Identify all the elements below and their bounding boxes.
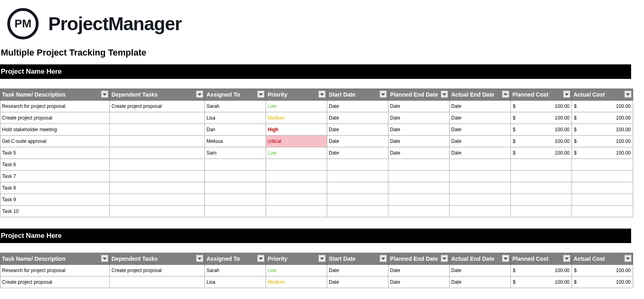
cost-cell[interactable]: $100.00 [511, 276, 572, 288]
task-name-cell[interactable]: Hold stakeholder meeting [0, 124, 110, 136]
dependent-cell[interactable] [110, 112, 205, 124]
filter-dropdown-icon[interactable] [502, 255, 509, 262]
task-name-cell[interactable]: Task 6 [0, 159, 110, 171]
cost-cell[interactable] [511, 182, 572, 194]
filter-dropdown-icon[interactable] [196, 91, 203, 98]
actual-end-cell[interactable] [450, 206, 511, 217]
assigned-cell[interactable]: Lisa [205, 276, 266, 288]
actual-end-cell[interactable] [450, 159, 511, 171]
assigned-cell[interactable] [205, 171, 266, 182]
cost-cell[interactable] [511, 159, 572, 171]
start-date-cell[interactable]: Date [327, 265, 388, 276]
dependent-cell[interactable]: Create project proposal [110, 101, 205, 112]
filter-dropdown-icon[interactable] [257, 91, 264, 98]
start-date-cell[interactable]: Date [327, 101, 388, 112]
filter-dropdown-icon[interactable] [563, 91, 570, 98]
priority-cell[interactable]: High [266, 124, 327, 136]
actual-end-cell[interactable]: Date [450, 136, 511, 147]
cost-cell[interactable] [511, 171, 572, 182]
planned-end-cell[interactable]: Date [388, 101, 450, 112]
filter-dropdown-icon[interactable] [380, 255, 387, 262]
planned-end-cell[interactable]: Date [388, 276, 450, 288]
start-date-cell[interactable] [327, 159, 388, 171]
cost-cell[interactable]: $100.00 [511, 147, 572, 159]
planned-end-cell[interactable]: Date [388, 136, 450, 147]
filter-dropdown-icon[interactable] [101, 91, 108, 98]
priority-cell[interactable] [266, 159, 327, 171]
dependent-cell[interactable] [110, 136, 205, 147]
assigned-cell[interactable]: Sarah [205, 101, 266, 112]
filter-dropdown-icon[interactable] [101, 255, 108, 262]
start-date-cell[interactable] [327, 194, 388, 206]
actual-end-cell[interactable]: Date [450, 124, 511, 136]
actual-end-cell[interactable]: Date [450, 265, 511, 276]
task-name-cell[interactable]: Task 7 [0, 171, 110, 182]
planned-end-cell[interactable] [388, 206, 450, 217]
dependent-cell[interactable] [110, 124, 205, 136]
dependent-cell[interactable] [110, 171, 205, 182]
cost-cell[interactable]: $100.00 [511, 101, 572, 112]
filter-dropdown-icon[interactable] [318, 255, 326, 262]
dependent-cell[interactable] [110, 276, 205, 288]
filter-dropdown-icon[interactable] [624, 255, 632, 262]
start-date-cell[interactable] [327, 206, 388, 217]
start-date-cell[interactable]: Date [327, 136, 388, 147]
start-date-cell[interactable] [327, 171, 388, 182]
assigned-cell[interactable] [205, 194, 266, 206]
dependent-cell[interactable] [110, 194, 205, 206]
cost-cell[interactable] [572, 171, 633, 182]
filter-dropdown-icon[interactable] [441, 255, 448, 262]
planned-end-cell[interactable] [388, 182, 450, 194]
dependent-cell[interactable] [110, 182, 205, 194]
task-name-cell[interactable]: Task 10 [0, 206, 110, 217]
cost-cell[interactable]: $100.00 [511, 265, 572, 276]
priority-cell[interactable]: critical [266, 136, 327, 147]
filter-dropdown-icon[interactable] [502, 91, 509, 98]
actual-end-cell[interactable]: Date [450, 101, 511, 112]
start-date-cell[interactable]: Date [327, 147, 388, 159]
cost-cell[interactable]: $100.00 [572, 112, 633, 124]
cost-cell[interactable] [572, 159, 633, 171]
actual-end-cell[interactable]: Date [450, 147, 511, 159]
assigned-cell[interactable] [205, 206, 266, 217]
planned-end-cell[interactable]: Date [388, 265, 450, 276]
cost-cell[interactable]: $100.00 [511, 112, 572, 124]
priority-cell[interactable]: Medium [266, 112, 327, 124]
dependent-cell[interactable] [110, 159, 205, 171]
actual-end-cell[interactable]: Date [450, 276, 511, 288]
priority-cell[interactable] [266, 194, 327, 206]
task-name-cell[interactable]: Task 8 [0, 182, 110, 194]
cost-cell[interactable]: $100.00 [572, 101, 633, 112]
actual-end-cell[interactable] [450, 194, 511, 206]
cost-cell[interactable]: $100.00 [572, 136, 633, 147]
filter-dropdown-icon[interactable] [563, 255, 570, 262]
priority-cell[interactable] [266, 206, 327, 217]
planned-end-cell[interactable] [388, 194, 450, 206]
assigned-cell[interactable] [205, 159, 266, 171]
priority-cell[interactable] [266, 182, 327, 194]
cost-cell[interactable]: $100.00 [572, 147, 633, 159]
cost-cell[interactable]: $100.00 [511, 124, 572, 136]
assigned-cell[interactable]: Dan [205, 124, 266, 136]
priority-cell[interactable]: Low [266, 147, 327, 159]
task-name-cell[interactable]: Task 5 [0, 147, 110, 159]
assigned-cell[interactable]: Sarah [205, 265, 266, 276]
planned-end-cell[interactable]: Date [388, 147, 450, 159]
cost-cell[interactable]: $100.00 [572, 265, 633, 276]
start-date-cell[interactable] [327, 182, 388, 194]
cost-cell[interactable]: $100.00 [511, 136, 572, 147]
task-name-cell[interactable]: Create project proposal [0, 276, 110, 288]
actual-end-cell[interactable] [450, 171, 511, 182]
priority-cell[interactable]: Low [266, 265, 327, 276]
planned-end-cell[interactable] [388, 171, 450, 182]
actual-end-cell[interactable] [450, 182, 511, 194]
priority-cell[interactable]: Low [266, 101, 327, 112]
task-name-cell[interactable]: Research for project proposal [0, 265, 110, 276]
dependent-cell[interactable] [110, 206, 205, 217]
dependent-cell[interactable]: Create project proposal [110, 265, 205, 276]
assigned-cell[interactable] [205, 182, 266, 194]
cost-cell[interactable] [572, 182, 633, 194]
dependent-cell[interactable] [110, 147, 205, 159]
planned-end-cell[interactable]: Date [388, 112, 450, 124]
start-date-cell[interactable]: Date [327, 112, 388, 124]
